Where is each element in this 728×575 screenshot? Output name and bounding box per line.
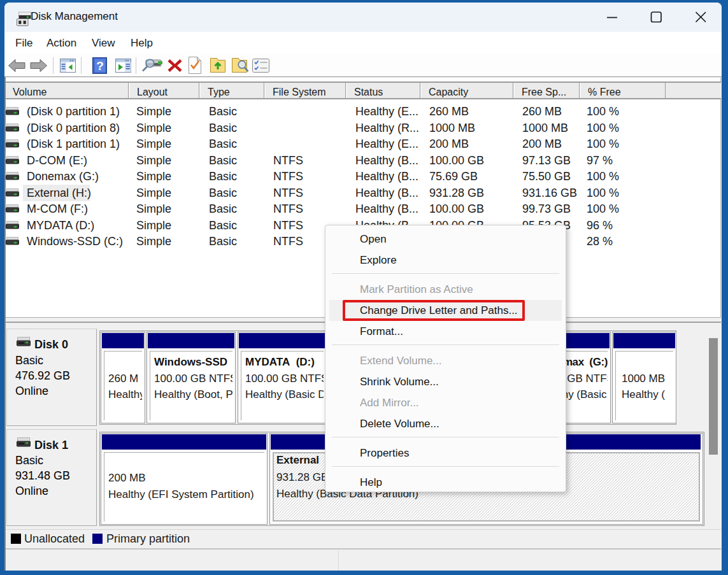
svg-text:?: ? [96, 59, 104, 73]
